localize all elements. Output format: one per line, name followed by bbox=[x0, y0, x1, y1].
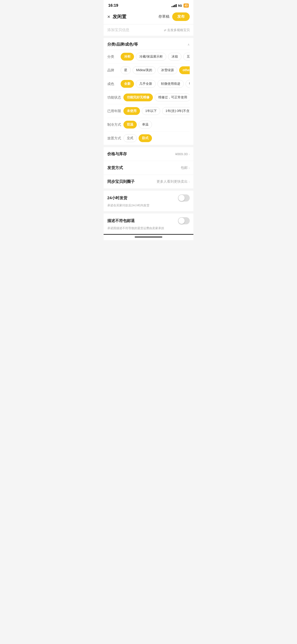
brand-tags: 星 Midea/美的 冰雪绿源 other/其他 bbox=[121, 66, 190, 74]
shipping-chevron-icon: › bbox=[188, 166, 190, 170]
sync-value-container: 更多人看到更快卖出 › bbox=[156, 180, 190, 184]
nav-right: 存草稿 发布 bbox=[158, 12, 190, 21]
function-label: 功能状态 bbox=[107, 95, 121, 100]
status-right: 5G 43 bbox=[172, 4, 189, 8]
status-time: 16:19 bbox=[108, 3, 118, 8]
tag-freezer[interactable]: 冷柜 bbox=[121, 53, 134, 60]
shipping-value-container: 包邮 › bbox=[181, 166, 190, 170]
multi-spec-link[interactable]: ⇄ 去发多规格宝贝 bbox=[164, 28, 190, 32]
shipping-row[interactable]: 发货方式 包邮 › bbox=[104, 161, 194, 175]
price-value-container: ¥869.00 › bbox=[175, 152, 190, 156]
cooling-label: 制冷方式 bbox=[107, 122, 121, 127]
add-item-placeholder: 添加宝贝信息 bbox=[107, 28, 130, 32]
nav-left: × 发闲置 bbox=[107, 14, 126, 20]
return-policy-toggle[interactable] bbox=[178, 217, 190, 224]
tag-display-cabinet[interactable]: 冷藏/保温展示柜 bbox=[136, 53, 166, 60]
delivery-toggle[interactable] bbox=[178, 194, 190, 202]
category-tags: 冷柜 冷藏/保温展示柜 冰箱 五金工作... bbox=[121, 53, 190, 60]
tag-brand-new[interactable]: 全新 bbox=[121, 80, 134, 88]
price-row[interactable]: 价格与库存 ¥869.00 › bbox=[104, 147, 194, 161]
close-icon[interactable]: × bbox=[107, 14, 110, 20]
tag-fridge[interactable]: 冰箱 bbox=[168, 53, 182, 60]
placement-tags: 立式 卧式 bbox=[124, 134, 190, 142]
return-toggle-knob bbox=[178, 218, 185, 224]
brand-row: 品牌 星 Midea/美的 冰雪绿源 other/其他 bbox=[107, 64, 190, 77]
tag-1-3years[interactable]: 1年(含)-3年(不含) bbox=[162, 107, 190, 115]
tag-obvious-use[interactable]: 明显使用... bbox=[186, 80, 190, 88]
categories-header: 分类/品牌/成色/等 ∧ bbox=[107, 38, 190, 50]
page-title: 发闲置 bbox=[112, 14, 126, 20]
tag-unused[interactable]: 未使用 bbox=[124, 107, 140, 115]
categories-title: 分类/品牌/成色/等 bbox=[107, 42, 138, 47]
condition-label: 成色 bbox=[107, 82, 118, 86]
tag-light-use[interactable]: 轻微使用痕迹 bbox=[158, 80, 184, 88]
tag-bingxue[interactable]: 冰雪绿源 bbox=[158, 66, 177, 74]
bottom-bar bbox=[104, 234, 194, 240]
usage-years-row: 已用年限 未使用 1年以下 1年(含)-3年(不含) 3年... bbox=[107, 104, 190, 118]
tag-star[interactable]: 星 bbox=[121, 66, 131, 74]
multi-spec-icon: ⇄ bbox=[164, 28, 166, 32]
delivery-title: 24小时发货 bbox=[107, 195, 127, 200]
signal-icon bbox=[172, 4, 176, 7]
category-label: 分类 bbox=[107, 54, 118, 59]
tag-midea[interactable]: Midea/美的 bbox=[132, 66, 156, 74]
draft-button[interactable]: 存草稿 bbox=[158, 14, 170, 19]
placement-label: 放置方式 bbox=[107, 136, 121, 140]
toggle-knob bbox=[178, 195, 185, 201]
price-value: ¥869.00 bbox=[175, 152, 188, 156]
function-row: 功能状态 功能完好无维修 维修过，可正常使用 有小问... bbox=[107, 91, 190, 104]
return-policy-title: 描述不符包邮退 bbox=[107, 218, 135, 224]
cooling-row: 制冷方式 双温 单温 bbox=[107, 118, 190, 132]
sync-chevron-icon: › bbox=[188, 180, 190, 184]
shipping-value: 包邮 bbox=[181, 166, 188, 170]
sync-label: 同步宝贝到圈子 bbox=[107, 179, 135, 184]
battery-indicator: 43 bbox=[184, 4, 189, 8]
placement-row: 放置方式 立式 卧式 bbox=[107, 132, 190, 145]
nav-bar: × 发闲置 存草稿 发布 bbox=[104, 10, 194, 24]
condition-tags: 全新 几乎全新 轻微使用痕迹 明显使用... bbox=[121, 80, 190, 88]
chevron-up-icon: ∧ bbox=[188, 42, 190, 46]
add-item-bar[interactable]: 添加宝贝信息 ⇄ 去发多规格宝贝 bbox=[104, 24, 194, 36]
tag-horizontal[interactable]: 卧式 bbox=[138, 134, 152, 142]
status-bar: 16:19 5G 43 bbox=[104, 0, 194, 10]
sync-row[interactable]: 同步宝贝到圈子 更多人看到更快卖出 › bbox=[104, 175, 194, 188]
tag-almost-new[interactable]: 几乎全新 bbox=[136, 80, 156, 88]
delivery-row: 24小时发货 bbox=[104, 191, 194, 204]
return-policy-section: 描述不符包邮退 承诺因描述不符导致的退货运费由卖家承担 bbox=[104, 214, 194, 234]
return-policy-row: 描述不符包邮退 bbox=[104, 214, 194, 226]
tag-under-1year[interactable]: 1年以下 bbox=[142, 107, 160, 115]
multi-spec-text: 去发多规格宝贝 bbox=[167, 28, 190, 32]
tag-other-brand[interactable]: other/其他 bbox=[179, 66, 190, 74]
tag-vertical[interactable]: 立式 bbox=[124, 134, 137, 142]
price-chevron-icon: › bbox=[188, 152, 190, 156]
price-stock-section: 价格与库存 ¥869.00 › 发货方式 包邮 › 同步宝贝到圈子 更多人看到更… bbox=[104, 147, 194, 188]
return-policy-desc: 承诺因描述不符导致的退货运费由卖家承担 bbox=[104, 226, 194, 234]
tag-dual-temp[interactable]: 双温 bbox=[124, 121, 137, 128]
price-label: 价格与库存 bbox=[107, 151, 127, 156]
tag-hardware[interactable]: 五金工作... bbox=[183, 53, 190, 60]
condition-row: 成色 全新 几乎全新 轻微使用痕迹 明显使用... bbox=[107, 77, 190, 91]
cooling-tags: 双温 单温 bbox=[124, 121, 190, 128]
tag-perfect[interactable]: 功能完好无维修 bbox=[124, 94, 153, 101]
function-tags: 功能完好无维修 维修过，可正常使用 有小问... bbox=[124, 94, 190, 101]
brand-label: 品牌 bbox=[107, 68, 118, 72]
network-type: 5G bbox=[178, 4, 182, 7]
usage-years-label: 已用年限 bbox=[107, 109, 121, 113]
delivery-section: 24小时发货 承诺在买家付款后24小时内发货 bbox=[104, 191, 194, 211]
publish-button[interactable]: 发布 bbox=[172, 12, 190, 21]
categories-section: 分类/品牌/成色/等 ∧ 分类 冷柜 冷藏/保温展示柜 冰箱 五金工作... 品… bbox=[104, 38, 194, 145]
delivery-desc: 承诺在买家付款后24小时内发货 bbox=[104, 204, 194, 211]
shipping-label: 发货方式 bbox=[107, 165, 123, 170]
sync-value: 更多人看到更快卖出 bbox=[156, 180, 188, 184]
usage-years-tags: 未使用 1年以下 1年(含)-3年(不含) 3年... bbox=[124, 107, 190, 115]
tag-repaired[interactable]: 维修过，可正常使用 bbox=[155, 94, 190, 101]
tag-single-temp[interactable]: 单温 bbox=[138, 121, 152, 128]
category-row: 分类 冷柜 冷藏/保温展示柜 冰箱 五金工作... bbox=[107, 50, 190, 64]
